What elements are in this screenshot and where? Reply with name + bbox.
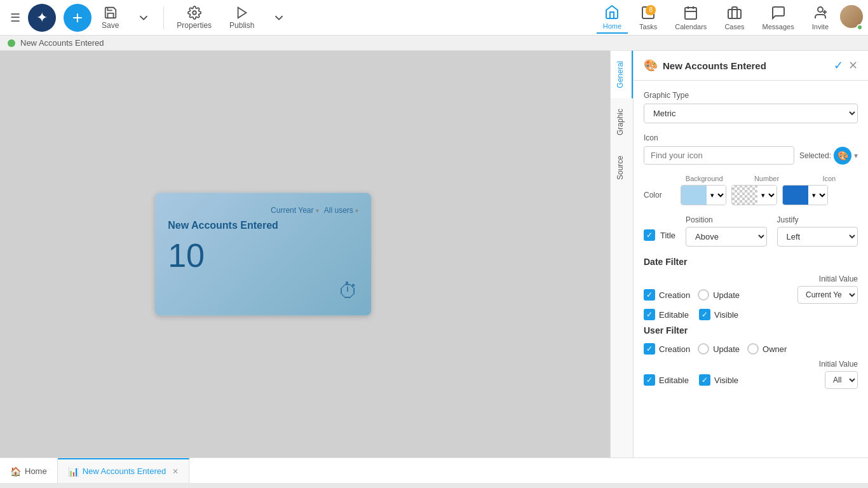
nav-messages[interactable]: Messages bbox=[756, 3, 801, 33]
date-visible-label: Visible bbox=[714, 310, 738, 320]
save-button[interactable]: Save bbox=[94, 3, 126, 32]
graphic-type-select[interactable]: Metric bbox=[644, 104, 858, 123]
date-visible-option[interactable]: ✓ Visible bbox=[699, 309, 738, 320]
tab-general[interactable]: General bbox=[611, 51, 633, 98]
icon-selected-wrap: Selected: 🎨 ▾ bbox=[799, 147, 858, 165]
user-filter-options: ✓ Creation Update Owner bbox=[644, 343, 858, 355]
date-visible-checkbox[interactable]: ✓ bbox=[699, 309, 710, 320]
justify-select[interactable]: Left bbox=[777, 227, 858, 247]
title-checkbox-label: Title bbox=[660, 231, 675, 240]
metric-card: Current Year ▾ All users ▾ New Accounts … bbox=[155, 193, 371, 316]
avatar-wrap bbox=[840, 5, 863, 30]
user-update-option[interactable]: Update bbox=[698, 343, 740, 355]
color-row-label: Color bbox=[644, 191, 675, 200]
status-dot bbox=[8, 39, 15, 47]
num-color-dropdown[interactable]: ▾ bbox=[757, 185, 776, 205]
pos-justify-row: ✓ Title Position Above Justify Left bbox=[644, 215, 858, 247]
user-visible-option[interactable]: ✓ Visible bbox=[699, 374, 738, 386]
properties-button[interactable]: Properties bbox=[169, 3, 219, 32]
user-editable-option[interactable]: ✓ Editable bbox=[644, 374, 689, 386]
bottom-tab-home[interactable]: 🏠 Home bbox=[0, 458, 58, 483]
date-creation-checkbox[interactable]: ✓ bbox=[644, 289, 655, 301]
justify-field: Justify Left bbox=[777, 215, 858, 247]
icon-color-picker[interactable]: ▾ bbox=[782, 185, 828, 205]
date-editable-checkbox[interactable]: ✓ bbox=[644, 309, 655, 320]
bg-color-picker[interactable]: ▾ bbox=[681, 185, 726, 205]
metric-filter-year[interactable]: Current Year ▾ bbox=[271, 206, 319, 215]
user-update-radio[interactable] bbox=[698, 343, 709, 355]
breadcrumb-bar: New Accounts Entered bbox=[0, 36, 868, 51]
metric-card-title: New Accounts Entered bbox=[168, 220, 358, 231]
date-editable-label: Editable bbox=[659, 310, 689, 320]
date-update-label: Update bbox=[713, 290, 740, 300]
panel-close-button[interactable]: ✕ bbox=[848, 58, 858, 72]
icon-color-dropdown[interactable]: ▾ bbox=[808, 185, 827, 205]
toolbar-left: ☰ ✦ + Save Properties Publish bbox=[5, 3, 294, 32]
position-select[interactable]: Above bbox=[686, 227, 766, 247]
publish-dropdown[interactable] bbox=[264, 8, 294, 27]
num-color-swatch bbox=[732, 185, 757, 205]
num-color-header: Number bbox=[738, 175, 795, 182]
user-visible-checkbox[interactable]: ✓ bbox=[699, 374, 710, 386]
nav-tasks[interactable]: 8 Tasks bbox=[633, 3, 663, 33]
date-update-option[interactable]: Update bbox=[698, 289, 740, 301]
title-checkbox[interactable]: ✓ bbox=[644, 229, 655, 241]
online-indicator bbox=[857, 24, 863, 30]
publish-button[interactable]: Publish bbox=[222, 3, 262, 32]
panel-confirm-button[interactable]: ✓ bbox=[834, 58, 843, 72]
toolbar-right: Home 8 Tasks Calendars Cases Message bbox=[597, 2, 863, 34]
messages-icon-wrap bbox=[771, 5, 786, 22]
nav-home[interactable]: Home bbox=[597, 2, 628, 34]
icon-dropdown-button[interactable]: ▾ bbox=[854, 151, 858, 160]
nav-calendars[interactable]: Calendars bbox=[668, 3, 713, 33]
graphic-type-label: Graphic Type bbox=[644, 91, 858, 100]
user-creation-checkbox[interactable]: ✓ bbox=[644, 343, 655, 355]
icon-row: Selected: 🎨 ▾ bbox=[644, 146, 858, 165]
save-dropdown[interactable] bbox=[129, 8, 158, 27]
date-filter-title: Date Filter bbox=[644, 257, 858, 267]
nav-messages-label: Messages bbox=[763, 23, 794, 30]
bg-color-dropdown[interactable]: ▾ bbox=[707, 185, 726, 205]
position-field: Position Above bbox=[686, 215, 766, 247]
logo-button[interactable]: ✦ bbox=[28, 4, 56, 32]
cases-icon bbox=[727, 5, 742, 20]
user-initial-value-select[interactable]: All bbox=[825, 371, 858, 389]
tasks-badge: 8 bbox=[646, 5, 656, 15]
bg-color-header: Background bbox=[675, 175, 733, 182]
date-editable-option[interactable]: ✓ Editable bbox=[644, 309, 689, 320]
nav-cases[interactable]: Cases bbox=[718, 3, 750, 33]
canvas-area: Current Year ▾ All users ▾ New Accounts … bbox=[0, 51, 633, 458]
date-creation-option[interactable]: ✓ Creation bbox=[644, 289, 690, 301]
toolbar: ☰ ✦ + Save Properties Publish H bbox=[0, 0, 868, 36]
nav-tasks-label: Tasks bbox=[639, 23, 657, 30]
messages-icon bbox=[771, 5, 786, 20]
hamburger-button[interactable]: ☰ bbox=[5, 6, 25, 30]
tab-source[interactable]: Source bbox=[611, 146, 633, 190]
user-creation-option[interactable]: ✓ Creation bbox=[644, 343, 690, 355]
icon-search-input[interactable] bbox=[644, 146, 794, 165]
tab-graphic[interactable]: Graphic bbox=[611, 98, 633, 146]
icon-color-swatch bbox=[783, 185, 808, 205]
user-owner-option[interactable]: Owner bbox=[747, 343, 787, 355]
date-update-radio[interactable] bbox=[698, 289, 709, 301]
date-initial-value-select[interactable]: Current Ye bbox=[797, 286, 858, 304]
metric-filter-users[interactable]: All users ▾ bbox=[324, 206, 358, 215]
user-update-label: Update bbox=[713, 344, 740, 354]
date-initial-value-header: Initial Value bbox=[819, 274, 858, 283]
side-tabs: General Graphic Source bbox=[610, 51, 633, 458]
nav-calendars-label: Calendars bbox=[675, 23, 707, 30]
nav-invite[interactable]: Invite bbox=[806, 3, 835, 33]
num-color-picker[interactable]: ▾ bbox=[731, 185, 777, 205]
user-owner-radio[interactable] bbox=[747, 343, 759, 355]
nav-cases-label: Cases bbox=[724, 23, 744, 30]
add-button[interactable]: + bbox=[64, 4, 92, 32]
publish-icon bbox=[235, 6, 249, 20]
svg-point-7 bbox=[818, 7, 823, 12]
invite-icon-wrap bbox=[813, 5, 828, 22]
user-editable-label: Editable bbox=[659, 376, 689, 385]
tab-close-button[interactable]: ✕ bbox=[172, 467, 179, 476]
bottom-tab-page[interactable]: 📊 New Accounts Entered ✕ bbox=[58, 458, 190, 483]
user-editable-checkbox[interactable]: ✓ bbox=[644, 374, 655, 386]
date-initial-row-header: Initial Value bbox=[644, 274, 858, 283]
publish-chevron-icon bbox=[272, 11, 286, 25]
